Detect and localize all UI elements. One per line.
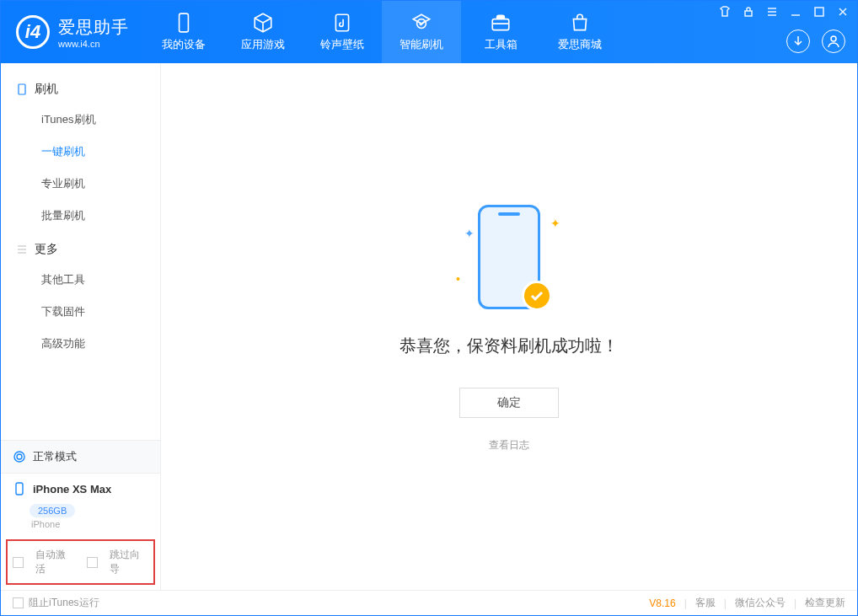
phone-icon [173, 12, 195, 34]
nav-ringtone-wallpaper[interactable]: 铃声壁纸 [303, 1, 382, 63]
success-message: 恭喜您，保资料刷机成功啦！ [400, 335, 619, 357]
minimize-icon[interactable] [790, 6, 802, 18]
nav-label: 智能刷机 [400, 37, 443, 52]
label-block-itunes: 阻止iTunes运行 [29, 596, 99, 610]
sidebar-item-advanced[interactable]: 高级功能 [1, 328, 160, 360]
svg-rect-9 [16, 483, 23, 495]
menu-icon[interactable] [766, 6, 778, 18]
titlebar-controls [719, 6, 849, 18]
link-wechat[interactable]: 微信公众号 [735, 596, 786, 610]
nav-label: 铃声壁纸 [320, 37, 364, 52]
main-content: ✦ ✦ • 恭喜您，保资料刷机成功啦！ 确定 查看日志 [161, 63, 857, 590]
nav-store[interactable]: 爱思商城 [540, 1, 619, 63]
svg-rect-0 [180, 13, 189, 32]
logo-icon: i4 [16, 15, 50, 49]
music-icon [331, 12, 353, 34]
refresh-icon [410, 12, 432, 34]
svg-rect-3 [492, 19, 509, 30]
list-icon [16, 244, 28, 255]
checkbox-skip-guide[interactable] [87, 557, 98, 568]
device-info-row[interactable]: iPhone XS Max [1, 474, 160, 501]
svg-point-6 [831, 36, 836, 41]
app-title: 爱思助手 [58, 16, 129, 39]
success-illustration: ✦ ✦ • [463, 201, 555, 319]
flash-options: 自动激活 跳过向导 [6, 539, 155, 585]
cube-icon [252, 12, 274, 34]
nav-my-device[interactable]: 我的设备 [144, 1, 223, 63]
device-mode: 正常模式 [33, 449, 77, 464]
view-log-link[interactable]: 查看日志 [489, 438, 529, 453]
user-button[interactable] [822, 29, 845, 53]
sidebar-group-label: 更多 [35, 242, 58, 257]
device-panel: 正常模式 iPhone XS Max 256GB iPhone [1, 440, 160, 536]
link-check-update[interactable]: 检查更新 [805, 596, 845, 610]
svg-rect-1 [335, 14, 348, 31]
label-auto-activate: 自动激活 [35, 548, 75, 576]
maximize-icon[interactable] [813, 6, 825, 18]
main-nav: 我的设备 应用游戏 铃声壁纸 智能刷机 工具箱 爱思商城 [144, 1, 619, 63]
nav-label: 我的设备 [162, 37, 206, 52]
sidebar-item-download-firmware[interactable]: 下载固件 [1, 296, 160, 328]
sync-icon [13, 450, 26, 463]
checkbox-block-itunes[interactable] [13, 597, 24, 608]
ok-button[interactable]: 确定 [459, 388, 559, 418]
sidebar-item-one-click-flash[interactable]: 一键刷机 [1, 136, 160, 168]
phone-outline-icon [16, 83, 28, 95]
device-icon [13, 482, 26, 495]
svg-rect-5 [815, 8, 823, 16]
device-mode-row[interactable]: 正常模式 [1, 441, 160, 474]
check-badge-icon [522, 281, 552, 311]
version-label: V8.16 [649, 597, 675, 609]
svg-point-8 [14, 452, 24, 462]
bag-icon [569, 12, 591, 34]
sidebar-item-other-tools[interactable]: 其他工具 [1, 264, 160, 296]
device-name: iPhone XS Max [33, 483, 111, 495]
sidebar-item-batch-flash[interactable]: 批量刷机 [1, 200, 160, 232]
nav-smart-flash[interactable]: 智能刷机 [382, 1, 461, 63]
sidebar-item-pro-flash[interactable]: 专业刷机 [1, 168, 160, 200]
link-support[interactable]: 客服 [695, 596, 716, 610]
logo: i4 爱思助手 www.i4.cn [1, 15, 144, 49]
svg-rect-7 [19, 84, 25, 94]
svg-rect-4 [745, 11, 752, 16]
nav-apps-games[interactable]: 应用游戏 [223, 1, 303, 63]
sidebar-item-itunes-flash[interactable]: iTunes刷机 [1, 104, 160, 136]
app-header: i4 爱思助手 www.i4.cn 我的设备 应用游戏 铃声壁纸 智能刷机 工具… [1, 1, 857, 63]
nav-label: 工具箱 [485, 37, 517, 52]
nav-label: 爱思商城 [558, 37, 602, 52]
app-subtitle: www.i4.cn [58, 39, 129, 49]
lock-icon[interactable] [743, 6, 754, 18]
device-type: iPhone [31, 519, 160, 529]
status-bar: 阻止iTunes运行 V8.16 | 客服 | 微信公众号 | 检查更新 [1, 590, 857, 615]
checkbox-auto-activate[interactable] [13, 557, 24, 568]
device-capacity: 256GB [29, 504, 75, 517]
sidebar-group-more: 更多 [1, 232, 160, 264]
sidebar-group-flash: 刷机 [1, 72, 160, 104]
header-actions [786, 29, 845, 53]
nav-toolbox[interactable]: 工具箱 [461, 1, 540, 63]
tshirt-icon[interactable] [719, 6, 731, 18]
download-button[interactable] [786, 29, 810, 53]
sidebar-group-label: 刷机 [35, 82, 58, 97]
sidebar: 刷机 iTunes刷机 一键刷机 专业刷机 批量刷机 更多 其他工具 下载固件 … [1, 63, 161, 590]
close-icon[interactable] [837, 6, 849, 18]
label-skip-guide: 跳过向导 [110, 548, 149, 576]
nav-label: 应用游戏 [241, 37, 285, 52]
toolbox-icon [490, 12, 512, 34]
